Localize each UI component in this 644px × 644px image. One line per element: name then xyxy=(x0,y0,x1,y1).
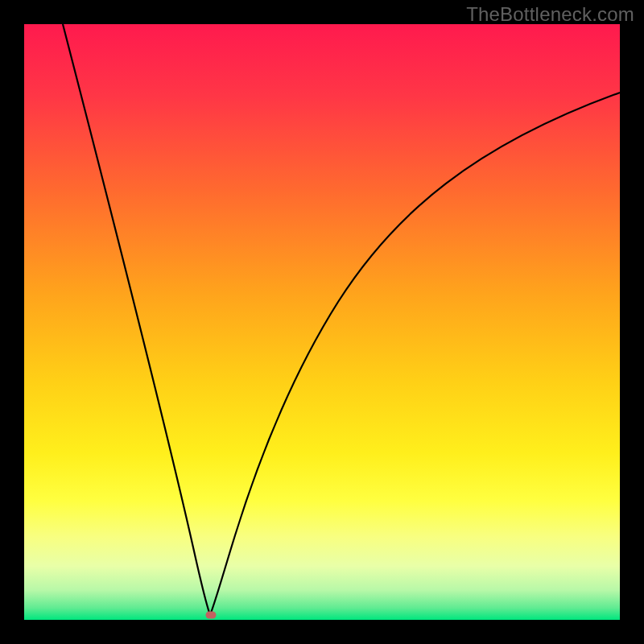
curve-right xyxy=(210,93,620,615)
plot-area xyxy=(24,24,620,620)
watermark-text: TheBottleneck.com xyxy=(466,3,634,26)
minimum-marker xyxy=(205,612,216,619)
bottleneck-curve xyxy=(24,24,620,620)
chart-frame: TheBottleneck.com xyxy=(0,0,644,644)
curve-left xyxy=(63,24,210,615)
